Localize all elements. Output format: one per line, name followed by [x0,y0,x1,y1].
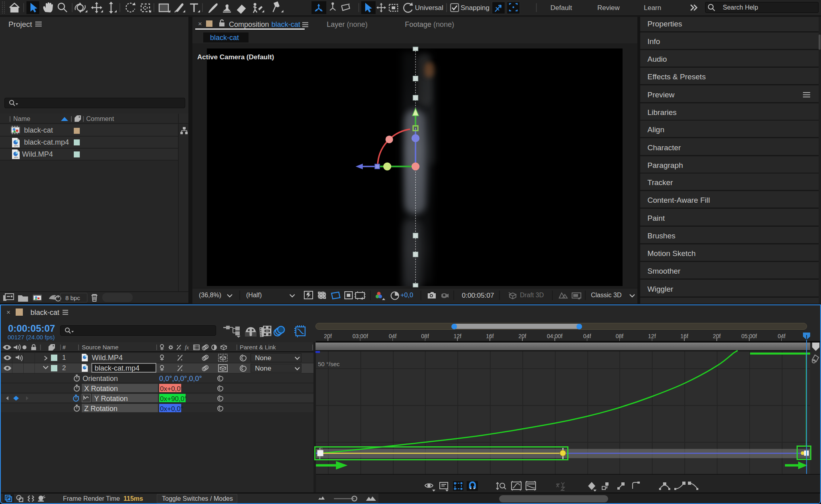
svg-text:MP4: MP4 [14,156,18,159]
svg-text:MP4: MP4 [14,145,18,147]
svg-text:#: # [63,344,66,351]
svg-text:Source Name: Source Name [82,344,119,351]
svg-text:Parent & Link: Parent & Link [240,344,276,351]
svg-text:fx: fx [185,345,189,351]
